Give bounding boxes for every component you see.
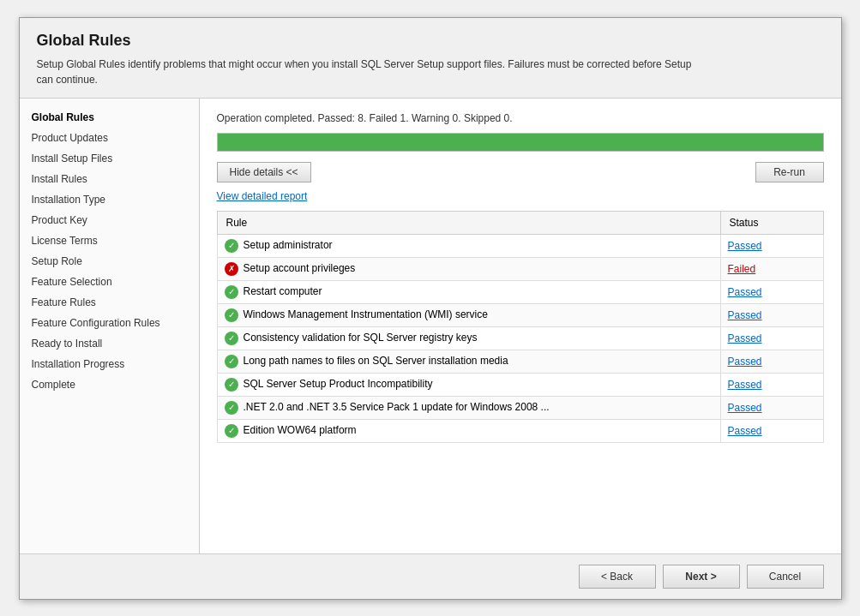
table-row: ✓Setup administratorPassed	[217, 234, 823, 257]
rule-name-cell: ✓Consistency validation for SQL Server r…	[217, 326, 720, 350]
rule-name-cell: ✗Setup account privileges	[217, 257, 720, 280]
status-passed-link[interactable]: Passed	[728, 286, 762, 298]
rules-table: Rule Status ✓Setup administratorPassed✗S…	[217, 211, 824, 443]
table-row: ✗Setup account privilegesFailed	[217, 257, 823, 280]
rule-name-cell: ✓SQL Server Setup Product Incompatibilit…	[217, 373, 720, 396]
status-passed-link[interactable]: Passed	[728, 379, 762, 391]
dialog-header: Global Rules Setup Global Rules identify…	[20, 18, 841, 99]
rule-name-cell: ✓Edition WOW64 platform	[217, 419, 720, 442]
pass-icon: ✓	[225, 401, 238, 415]
rule-name: Setup account privileges	[244, 262, 356, 274]
sidebar-item-5[interactable]: Product Key	[20, 210, 199, 230]
rule-status[interactable]: Passed	[720, 373, 823, 396]
status-passed-link[interactable]: Passed	[728, 240, 762, 252]
main-dialog: Global Rules Setup Global Rules identify…	[19, 17, 842, 600]
sidebar-item-13[interactable]: Complete	[20, 374, 199, 395]
table-row: ✓Consistency validation for SQL Server r…	[217, 326, 823, 350]
rule-name: SQL Server Setup Product Incompatibility	[244, 378, 433, 390]
status-failed-link[interactable]: Failed	[728, 263, 756, 275]
status-passed-link[interactable]: Passed	[728, 309, 762, 321]
toolbar-row: Hide details << Re-run	[217, 162, 824, 182]
sidebar-item-7[interactable]: Setup Role	[20, 251, 199, 272]
sidebar-item-1[interactable]: Product Updates	[20, 128, 199, 148]
table-row: ✓Long path names to files on SQL Server …	[217, 350, 823, 373]
sidebar-item-10[interactable]: Feature Configuration Rules	[20, 313, 199, 333]
back-button[interactable]: < Back	[579, 565, 656, 589]
sidebar-item-9[interactable]: Feature Rules	[20, 292, 199, 313]
status-passed-link[interactable]: Passed	[728, 402, 762, 414]
rule-status[interactable]: Passed	[720, 303, 823, 326]
pass-icon: ✓	[225, 355, 238, 368]
rule-name: Restart computer	[244, 285, 322, 297]
table-row: ✓.NET 2.0 and .NET 3.5 Service Pack 1 up…	[217, 396, 823, 419]
view-report-link[interactable]: View detailed report	[217, 190, 308, 202]
table-row: ✓Edition WOW64 platformPassed	[217, 419, 823, 442]
rule-name: Setup administrator	[244, 239, 333, 251]
cancel-button[interactable]: Cancel	[747, 565, 824, 589]
dialog-description: Setup Global Rules identify problems tha…	[37, 57, 706, 87]
progress-bar-fill	[218, 134, 823, 151]
status-passed-link[interactable]: Passed	[728, 425, 762, 437]
dialog-body: Global RulesProduct UpdatesInstall Setup…	[20, 99, 841, 553]
table-row: ✓Restart computerPassed	[217, 280, 823, 303]
main-content: Operation completed. Passed: 8. Failed 1…	[200, 99, 841, 553]
dialog-footer: < Back Next > Cancel	[20, 553, 841, 599]
rule-name: .NET 2.0 and .NET 3.5 Service Pack 1 upd…	[244, 401, 550, 413]
col-status-header: Status	[720, 211, 823, 234]
sidebar: Global RulesProduct UpdatesInstall Setup…	[20, 99, 200, 553]
table-row: ✓Windows Management Instrumentation (WMI…	[217, 303, 823, 326]
dialog-title: Global Rules	[37, 32, 824, 50]
sidebar-item-12[interactable]: Installation Progress	[20, 354, 199, 374]
pass-icon: ✓	[225, 308, 238, 322]
rule-name-cell: ✓Long path names to files on SQL Server …	[217, 350, 720, 373]
rule-status[interactable]: Passed	[720, 396, 823, 419]
next-button[interactable]: Next >	[663, 565, 740, 589]
rerun-button[interactable]: Re-run	[755, 162, 824, 182]
sidebar-item-8[interactable]: Feature Selection	[20, 272, 199, 292]
rule-name: Windows Management Instrumentation (WMI)…	[244, 308, 488, 320]
pass-icon: ✓	[225, 378, 238, 392]
rule-status[interactable]: Passed	[720, 419, 823, 442]
sidebar-item-11[interactable]: Ready to Install	[20, 333, 199, 354]
rules-table-container: Rule Status ✓Setup administratorPassed✗S…	[217, 211, 824, 540]
sidebar-item-0[interactable]: Global Rules	[20, 107, 199, 128]
progress-bar-container	[217, 133, 824, 152]
rule-status[interactable]: Passed	[720, 326, 823, 350]
pass-icon: ✓	[225, 424, 238, 438]
sidebar-item-3[interactable]: Install Rules	[20, 169, 199, 189]
rule-name: Consistency validation for SQL Server re…	[244, 332, 478, 344]
rule-name-cell: ✓Setup administrator	[217, 234, 720, 257]
pass-icon: ✓	[225, 285, 238, 299]
col-rule-header: Rule	[217, 211, 720, 234]
sidebar-item-2[interactable]: Install Setup Files	[20, 148, 199, 169]
table-row: ✓SQL Server Setup Product Incompatibilit…	[217, 373, 823, 396]
rule-name: Long path names to files on SQL Server i…	[244, 355, 508, 367]
status-passed-link[interactable]: Passed	[728, 356, 762, 368]
hide-details-button[interactable]: Hide details <<	[217, 162, 311, 182]
pass-icon: ✓	[225, 332, 238, 345]
rule-status[interactable]: Passed	[720, 280, 823, 303]
operation-status: Operation completed. Passed: 8. Failed 1…	[217, 112, 824, 124]
rule-status[interactable]: Passed	[720, 234, 823, 257]
rule-name-cell: ✓Restart computer	[217, 280, 720, 303]
rule-name-cell: ✓Windows Management Instrumentation (WMI…	[217, 303, 720, 326]
fail-icon: ✗	[225, 262, 238, 276]
status-passed-link[interactable]: Passed	[728, 332, 762, 344]
sidebar-item-4[interactable]: Installation Type	[20, 189, 199, 210]
pass-icon: ✓	[225, 239, 238, 253]
rule-name: Edition WOW64 platform	[244, 424, 357, 436]
rule-name-cell: ✓.NET 2.0 and .NET 3.5 Service Pack 1 up…	[217, 396, 720, 419]
rule-status[interactable]: Failed	[720, 257, 823, 280]
rule-status[interactable]: Passed	[720, 350, 823, 373]
sidebar-item-6[interactable]: License Terms	[20, 230, 199, 251]
